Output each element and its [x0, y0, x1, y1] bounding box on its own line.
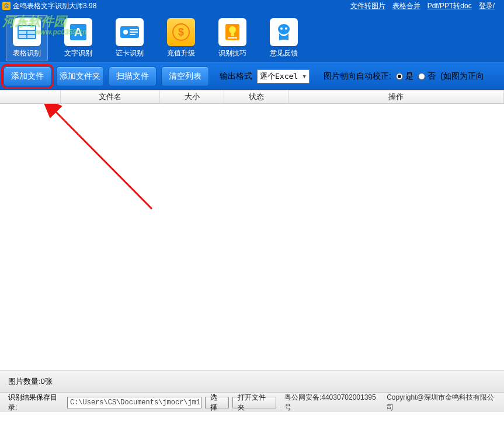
window-titlebar: 金 金鸣表格文字识别大师3.98 文件转图片 表格合并 Pdf/PPT转doc …: [0, 0, 504, 12]
main-btn-id-card[interactable]: 证卡识别: [109, 16, 151, 61]
save-dir-path-input[interactable]: C:\Users\CS\Documents\jmocr\jm189cn: [67, 397, 201, 408]
no-suffix-text: (如图为正向: [440, 71, 484, 82]
svg-rect-5: [27, 35, 35, 38]
file-table-header: 文件名 大小 状态 操作: [0, 90, 504, 104]
feedback-icon: [270, 18, 298, 46]
id-card-icon: [116, 18, 144, 46]
image-count-text: 图片数量:0张: [8, 376, 53, 387]
svg-point-16: [229, 26, 236, 33]
svg-point-9: [123, 30, 128, 34]
svg-text:A: A: [74, 26, 82, 39]
main-btn-label: 识别技巧: [218, 48, 246, 58]
coin-icon: $: [167, 18, 195, 46]
svg-line-23: [54, 110, 152, 209]
svg-rect-12: [130, 34, 135, 35]
record-number: 粤公网安备:44030702001395号: [284, 393, 378, 412]
add-file-button[interactable]: 添加文件: [4, 67, 51, 86]
svg-point-20: [280, 27, 283, 30]
svg-rect-17: [231, 33, 234, 36]
add-folder-button[interactable]: 添加文件夹: [56, 67, 104, 86]
radio-no-group[interactable]: 否: [418, 71, 436, 82]
auto-orient-label: 图片朝向自动校正:: [324, 71, 391, 82]
save-dir-label: 识别结果保存目录:: [8, 393, 64, 412]
main-btn-label: 充值升级: [167, 48, 195, 58]
radio-yes-label: 是: [405, 71, 413, 82]
radio-no-label: 否: [427, 71, 436, 82]
link-login[interactable]: 登录/: [479, 1, 495, 11]
svg-rect-3: [27, 31, 35, 34]
table-identify-icon: [13, 18, 41, 46]
main-btn-label: 证卡识别: [116, 48, 144, 58]
action-bar: 添加文件 添加文件夹 扫描文件 清空列表 输出格式 逐个Excel 图片朝向自动…: [0, 62, 504, 90]
link-file-to-image[interactable]: 文件转图片: [350, 1, 385, 11]
svg-rect-2: [19, 31, 26, 34]
radio-no[interactable]: [418, 73, 425, 80]
app-icon: 金: [2, 2, 11, 10]
svg-rect-10: [130, 29, 138, 30]
link-merge-tables[interactable]: 表格合并: [392, 1, 420, 11]
col-index[interactable]: [0, 90, 61, 103]
open-folder-button[interactable]: 打开文件夹: [232, 397, 276, 408]
col-status[interactable]: 状态: [224, 90, 289, 103]
svg-point-19: [278, 24, 290, 34]
main-btn-label: 文字识别: [64, 48, 92, 58]
window-title: 金鸣表格文字识别大师3.98: [13, 1, 96, 11]
radio-yes[interactable]: [396, 73, 403, 80]
scan-file-button[interactable]: 扫描文件: [109, 67, 157, 86]
main-btn-feedback[interactable]: 意见反馈: [263, 16, 305, 61]
col-size[interactable]: 大小: [160, 90, 224, 103]
output-format-label: 输出格式: [220, 71, 252, 82]
main-toolbar: 表格识别 A 文字识别 证卡识别 $ 充值升级 识别技巧 意见反馈: [0, 12, 504, 62]
main-btn-label: 意见反馈: [270, 48, 298, 58]
copyright-text: Copyright@深圳市金鸣科技有限公司: [387, 393, 496, 412]
svg-text:$: $: [178, 26, 184, 38]
svg-point-21: [285, 27, 287, 30]
col-operation[interactable]: 操作: [289, 90, 504, 103]
footer-save-dir-bar: 识别结果保存目录: C:\Users\CS\Documents\jmocr\jm…: [0, 392, 504, 412]
save-dir-path-value: C:\Users\CS\Documents\jmocr\jm189cn: [70, 398, 201, 407]
footer-image-count-bar: 图片数量:0张: [0, 370, 504, 392]
annotation-arrow: [0, 104, 234, 337]
file-table-body: [0, 104, 504, 370]
radio-yes-group[interactable]: 是: [396, 71, 413, 82]
main-btn-text-identify[interactable]: A 文字识别: [57, 16, 99, 61]
select-folder-button[interactable]: 选择: [205, 397, 229, 408]
svg-rect-18: [228, 37, 237, 39]
main-btn-table-identify[interactable]: 表格识别: [6, 15, 48, 61]
svg-rect-4: [19, 35, 26, 38]
output-format-select[interactable]: 逐个Excel: [257, 69, 310, 83]
svg-rect-1: [19, 26, 35, 30]
clear-list-button[interactable]: 清空列表: [161, 67, 209, 86]
main-btn-tips[interactable]: 识别技巧: [211, 16, 253, 61]
link-pdf-ppt-doc[interactable]: Pdf/PPT转doc: [427, 1, 472, 11]
main-btn-label: 表格识别: [13, 48, 41, 58]
lightbulb-icon: [218, 18, 246, 46]
svg-rect-11: [130, 32, 138, 33]
output-format-value: 逐个Excel: [260, 71, 298, 82]
main-btn-recharge[interactable]: $ 充值升级: [160, 16, 202, 61]
col-filename[interactable]: 文件名: [61, 90, 160, 103]
text-identify-icon: A: [64, 18, 92, 46]
